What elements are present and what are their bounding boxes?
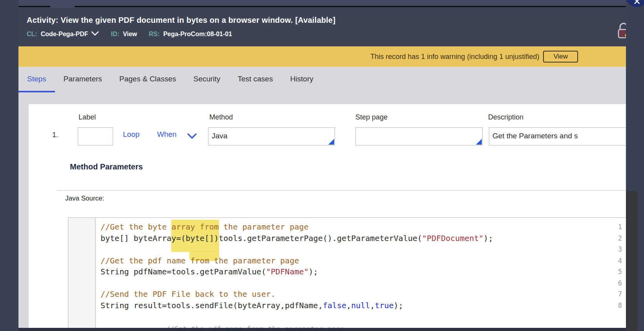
warning-banner: This record has 1 info warning (includin… — [18, 46, 626, 67]
record-meta: CL: Code-Pega-PDF ID: View RS: Pega-ProC… — [27, 30, 244, 38]
class-value[interactable]: Code-Pega-PDF — [41, 31, 88, 38]
tab-bar: Steps Parameters Pages & Classes Securit… — [18, 67, 626, 92]
dropdown-corner-icon — [476, 139, 482, 145]
tab-pages-classes[interactable]: Pages & Classes — [111, 67, 185, 92]
java-source-label: Java Source: — [65, 195, 104, 202]
code-line: //Get the pdf name from the parameter pa… — [101, 255, 626, 267]
code-line: String result=tools.sendFile(byteArray,p… — [101, 300, 626, 311]
step-page-column-header: Step page — [355, 113, 388, 121]
label-column-header: Label — [79, 113, 96, 121]
steps-tab-content: Label Method Step page Description 1. Lo… — [18, 92, 626, 328]
background-tab-notch — [50, 0, 75, 8]
tab-history[interactable]: History — [282, 67, 322, 92]
code-line — [101, 278, 626, 289]
background-window-strip — [18, 0, 626, 7]
code-line: //Get the byte array from the parameter … — [101, 221, 626, 233]
when-link[interactable]: When — [157, 130, 177, 139]
id-value: View — [123, 31, 137, 38]
class-label: CL: — [27, 31, 37, 38]
section-divider — [57, 190, 626, 191]
close-button[interactable]: ✕ — [626, 0, 644, 7]
description-column-header: Description — [488, 113, 523, 121]
record-editor-panel: Activity: View the given PDF document in… — [18, 8, 626, 331]
step-label-input[interactable] — [78, 127, 113, 145]
steps-card: Label Method Step page Description 1. Lo… — [29, 104, 626, 328]
lock-icon[interactable] — [616, 21, 626, 39]
page-title: Activity: View the given PDF document in… — [27, 16, 335, 25]
method-parameters-heading: Method Parameters — [70, 162, 143, 171]
description-input[interactable]: Get the Parameters and s — [489, 127, 626, 145]
code-line: byte[] byteArray=(byte[])tools.getParame… — [101, 233, 626, 244]
id-label: ID: — [111, 31, 119, 38]
record-header: Activity: View the given PDF document in… — [18, 8, 626, 46]
chevron-down-icon[interactable] — [91, 30, 99, 38]
code-line — [101, 244, 626, 255]
code-lines: //Get the byte array from the parameter … — [101, 221, 626, 311]
method-combobox[interactable]: Java — [208, 127, 335, 145]
tab-steps[interactable]: Steps — [18, 67, 55, 92]
loop-link[interactable]: Loop — [123, 130, 139, 139]
dropdown-corner-icon — [328, 139, 334, 145]
bottom-edge-band — [18, 328, 626, 331]
step-page-combobox[interactable] — [355, 127, 483, 145]
background-panel-edge — [626, 191, 638, 331]
java-source-editor[interactable]: 12345678//Get the byte array from the pa… — [68, 217, 626, 328]
method-column-header: Method — [209, 113, 233, 121]
view-warnings-button[interactable]: View — [543, 51, 578, 63]
chevron-down-icon[interactable] — [187, 132, 198, 141]
line-number-gutter — [68, 218, 96, 328]
close-icon: ✕ — [633, 0, 641, 7]
code-line: //Send the PDF File back to the user. — [101, 289, 626, 300]
tab-security[interactable]: Security — [185, 67, 229, 92]
method-value: Java — [212, 132, 227, 140]
description-value: Get the Parameters and s — [492, 132, 578, 140]
warning-text: This record has 1 info warning (includin… — [370, 53, 539, 61]
tab-test-cases[interactable]: Test cases — [229, 67, 282, 92]
tab-parameters[interactable]: Parameters — [55, 67, 111, 92]
step-number: 1. — [52, 131, 58, 139]
ruleset-value: Pega-ProCom:08-01-01 — [163, 31, 232, 38]
ruleset-label: RS: — [149, 31, 160, 38]
code-line: String pdfName=tools.getParamValue("PDFN… — [101, 266, 626, 278]
